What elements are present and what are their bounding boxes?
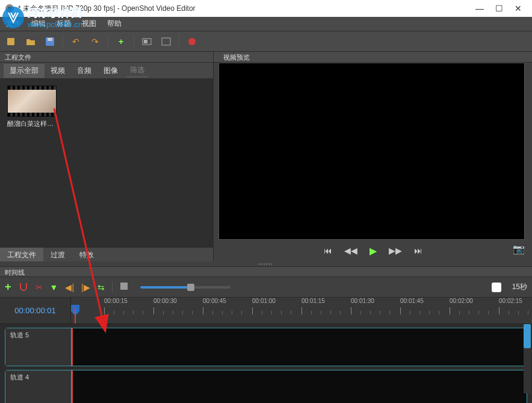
svg-point-8 [188, 38, 196, 45]
minimize-button[interactable]: — [475, 4, 484, 13]
snapping-icon[interactable] [19, 281, 28, 293]
menu-title[interactable]: 标题 [57, 19, 71, 29]
svg-point-1 [8, 7, 11, 10]
ruler-tick: 00:02:00 [450, 298, 473, 304]
timeline-ruler[interactable]: 00:00:00:01 00:00:1500:00:3000:00:4500:0… [0, 298, 532, 324]
playhead[interactable] [71, 298, 79, 323]
play-icon[interactable]: ▶ [370, 245, 377, 257]
maximize-button[interactable]: ☐ [495, 4, 503, 13]
tab-project-files[interactable]: 工程文件 [0, 248, 43, 261]
svg-rect-9 [120, 283, 128, 290]
media-thumbnail[interactable] [7, 86, 57, 117]
filter-video[interactable]: 视频 [45, 64, 71, 78]
save-project-icon[interactable] [43, 35, 57, 48]
ruler-tick: 00:00:30 [153, 298, 177, 304]
app-icon [5, 4, 14, 13]
preview-panel: 视频预览 ⏮ ◀◀ ▶ ▶▶ ⏭ [214, 52, 532, 261]
left-panel-tabs: 工程文件 过渡 特效 [0, 247, 213, 261]
track-header[interactable]: 轨道 5 [5, 328, 72, 366]
open-project-icon[interactable] [24, 35, 37, 48]
preview-header: 视频预览 [214, 52, 532, 63]
timeline-toolbar: + ✂ ▼ ◀| |▶ ⇆ 15秒 [0, 277, 532, 298]
add-marker-icon[interactable]: ▼ [50, 283, 58, 292]
snapshot-icon[interactable]: 📷 [513, 243, 525, 255]
zoom-slider[interactable] [140, 286, 230, 289]
menu-view[interactable]: 视图 [82, 19, 96, 29]
svg-rect-6 [144, 40, 147, 43]
razor-icon[interactable]: ✂ [36, 283, 43, 292]
ruler-tick: 00:01:15 [302, 298, 325, 304]
ruler-tick: 00:01:00 [252, 298, 276, 304]
close-button[interactable]: ✕ [514, 4, 522, 13]
menubar: 文件 编辑 标题 视图 帮助 [0, 17, 532, 31]
playback-controls: ⏮ ◀◀ ▶ ▶▶ ⏭ [214, 240, 532, 261]
track-row[interactable]: 轨道 4 [5, 370, 527, 403]
project-files-header: 工程文件 [0, 52, 213, 63]
tab-effects[interactable]: 特效 [72, 248, 101, 261]
ruler-tick: 00:00:45 [203, 298, 226, 304]
main-toolbar: ↶ ↷ + [0, 31, 532, 52]
media-item[interactable]: 醋溜白菜这样做... [7, 86, 57, 128]
ruler-tick: 00:01:45 [400, 298, 424, 304]
next-marker-icon[interactable]: |▶ [81, 283, 90, 292]
window-title: * 未命名项目 [HD 720p 30 fps] - OpenShot Vide… [18, 4, 475, 14]
jump-start-icon[interactable]: ⏮ [324, 246, 332, 255]
panel-resize-handle[interactable] [0, 261, 532, 266]
choose-profile-icon[interactable] [140, 35, 153, 48]
track-header[interactable]: 轨道 4 [5, 370, 72, 403]
timeline-tracks[interactable]: 轨道 5 轨道 4 [0, 324, 532, 403]
redo-icon[interactable]: ↷ [88, 35, 102, 48]
new-project-icon[interactable] [5, 35, 18, 48]
ruler-tick: 00:00:15 [104, 298, 128, 304]
ruler-tick: 00:02:15 [499, 298, 522, 304]
jump-end-icon[interactable]: ⏭ [414, 246, 422, 255]
zoom-scale-label: 15秒 [512, 282, 527, 292]
add-track-icon[interactable]: + [5, 281, 11, 293]
zoom-scale-checkbox[interactable] [492, 283, 501, 292]
track-row[interactable]: 轨道 5 [5, 328, 527, 366]
import-files-icon[interactable]: + [114, 35, 128, 48]
svg-rect-7 [162, 38, 170, 45]
filter-search-input[interactable]: 筛选 [126, 64, 148, 77]
media-grid[interactable]: 醋溜白菜这样做... [0, 78, 213, 247]
menu-edit[interactable]: 编辑 [31, 19, 46, 29]
tab-transitions[interactable]: 过渡 [43, 248, 72, 261]
current-timecode: 00:00:00:01 [0, 298, 71, 323]
export-video-icon[interactable] [185, 35, 199, 48]
track-body[interactable] [72, 328, 527, 366]
svg-rect-4 [48, 38, 52, 41]
video-preview[interactable] [218, 63, 525, 240]
titlebar: * 未命名项目 [HD 720p 30 fps] - OpenShot Vide… [0, 0, 532, 17]
prev-marker-icon[interactable]: ◀| [65, 283, 74, 292]
timeline-header: 时间线 [0, 266, 532, 277]
ruler-ticks[interactable]: 00:00:1500:00:3000:00:4500:01:0000:01:15… [71, 298, 532, 323]
media-filter-tabs: 显示全部 视频 音频 图像 筛选 [0, 63, 213, 78]
menu-help[interactable]: 帮助 [107, 19, 122, 29]
zoom-box-icon[interactable] [120, 282, 128, 292]
rewind-icon[interactable]: ◀◀ [344, 246, 357, 255]
project-files-panel: 工程文件 显示全部 视频 音频 图像 筛选 醋溜白菜这样做... 工程文件 过渡… [0, 52, 214, 261]
filter-show-all[interactable]: 显示全部 [4, 64, 45, 78]
timeline-vertical-scrollbar[interactable] [524, 324, 531, 393]
undo-icon[interactable]: ↶ [69, 35, 82, 48]
ruler-tick: 00:01:30 [351, 298, 374, 304]
filter-audio[interactable]: 音频 [71, 64, 97, 78]
track-body[interactable] [72, 370, 527, 403]
media-item-label: 醋溜白菜这样做... [7, 119, 57, 128]
fast-forward-icon[interactable]: ▶▶ [389, 246, 402, 255]
svg-rect-2 [7, 38, 14, 45]
filter-image[interactable]: 图像 [97, 64, 124, 78]
fullscreen-icon[interactable] [159, 35, 173, 48]
center-playhead-icon[interactable]: ⇆ [97, 283, 105, 292]
menu-file[interactable]: 文件 [6, 19, 20, 29]
